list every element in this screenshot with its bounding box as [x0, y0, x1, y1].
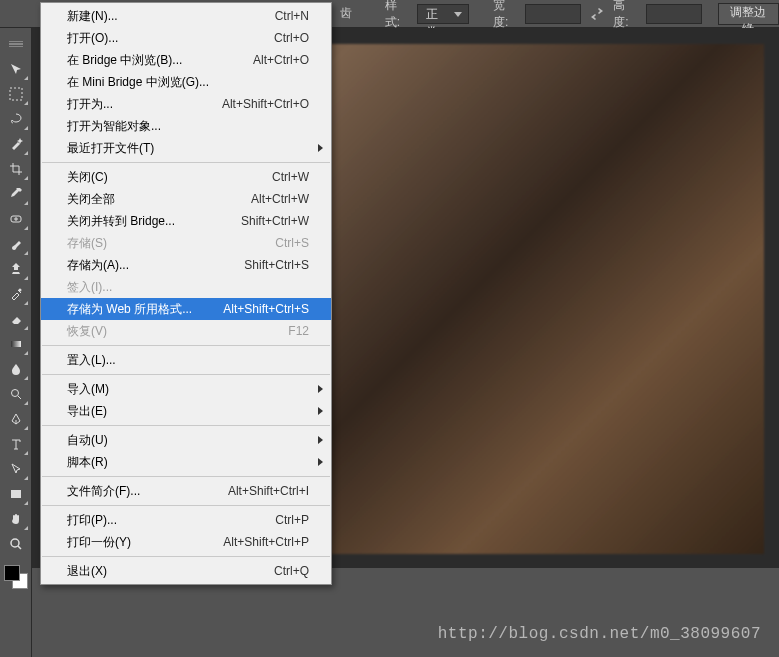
menu-item-shortcut: Alt+Shift+Ctrl+S — [223, 302, 309, 316]
menu-item-shortcut: F12 — [288, 324, 309, 338]
foreground-swatch[interactable] — [4, 565, 20, 581]
move-tool[interactable] — [3, 57, 29, 81]
menu-item-shortcut: Ctrl+Q — [274, 564, 309, 578]
width-input[interactable] — [525, 4, 581, 24]
menu-item-file-info[interactable]: 文件简介(F)...Alt+Shift+Ctrl+I — [41, 480, 331, 502]
menu-item-label: 关闭并转到 Bridge... — [67, 213, 175, 230]
svg-rect-3 — [11, 341, 21, 347]
menu-item-exit[interactable]: 退出(X)Ctrl+Q — [41, 560, 331, 582]
menu-item-shortcut: Ctrl+W — [272, 170, 309, 184]
pen-tool[interactable] — [3, 407, 29, 431]
menu-separator — [42, 476, 330, 477]
menu-item-label: 恢复(V) — [67, 323, 107, 340]
menu-item-close-to-bridge[interactable]: 关闭并转到 Bridge...Shift+Ctrl+W — [41, 210, 331, 232]
menu-separator — [42, 425, 330, 426]
submenu-arrow-icon — [318, 144, 323, 152]
menu-item-shortcut: Ctrl+N — [275, 9, 309, 23]
menu-separator — [42, 345, 330, 346]
toolbox — [0, 28, 32, 657]
menu-separator — [42, 374, 330, 375]
dodge-tool[interactable] — [3, 382, 29, 406]
menu-item-label: 在 Mini Bridge 中浏览(G)... — [67, 74, 209, 91]
eyedropper-tool[interactable] — [3, 182, 29, 206]
eraser-tool[interactable] — [3, 307, 29, 331]
grip-icon[interactable] — [3, 32, 29, 56]
file-menu: 新建(N)...Ctrl+N打开(O)...Ctrl+O在 Bridge 中浏览… — [40, 2, 332, 585]
healing-brush-tool[interactable] — [3, 207, 29, 231]
svg-point-2 — [18, 289, 21, 292]
color-swatches[interactable] — [2, 563, 30, 591]
path-select-tool[interactable] — [3, 457, 29, 481]
menu-item-label: 关闭(C) — [67, 169, 108, 186]
snap-label: 齿 — [340, 5, 352, 22]
height-input[interactable] — [646, 4, 702, 24]
blur-tool[interactable] — [3, 357, 29, 381]
menu-item-shortcut: Alt+Shift+Ctrl+O — [222, 97, 309, 111]
menu-item-shortcut: Ctrl+P — [275, 513, 309, 527]
menu-item-label: 关闭全部 — [67, 191, 115, 208]
submenu-arrow-icon — [318, 385, 323, 393]
menu-item-shortcut: Alt+Ctrl+W — [251, 192, 309, 206]
submenu-arrow-icon — [318, 407, 323, 415]
menu-item-save-as[interactable]: 存储为(A)...Shift+Ctrl+S — [41, 254, 331, 276]
menu-separator — [42, 162, 330, 163]
menu-item-close[interactable]: 关闭(C)Ctrl+W — [41, 166, 331, 188]
menu-item-save: 存储(S)Ctrl+S — [41, 232, 331, 254]
menu-item-label: 打开为智能对象... — [67, 118, 161, 135]
type-tool[interactable] — [3, 432, 29, 456]
menu-item-label: 导入(M) — [67, 381, 109, 398]
menu-item-label: 自动(U) — [67, 432, 108, 449]
menu-item-shortcut: Ctrl+O — [274, 31, 309, 45]
hand-tool[interactable] — [3, 507, 29, 531]
refine-edge-button[interactable]: 调整边缘 — [718, 3, 779, 25]
magic-wand-tool[interactable] — [3, 132, 29, 156]
menu-item-shortcut: Alt+Shift+Ctrl+P — [223, 535, 309, 549]
menu-item-recent[interactable]: 最近打开文件(T) — [41, 137, 331, 159]
submenu-arrow-icon — [318, 458, 323, 466]
style-dropdown[interactable]: 正常 — [417, 4, 469, 24]
menu-item-place[interactable]: 置入(L)... — [41, 349, 331, 371]
menu-item-label: 打开(O)... — [67, 30, 118, 47]
menu-item-check-in: 签入(I)... — [41, 276, 331, 298]
lasso-tool[interactable] — [3, 107, 29, 131]
menu-item-label: 存储为 Web 所用格式... — [67, 301, 192, 318]
menu-item-import[interactable]: 导入(M) — [41, 378, 331, 400]
menu-item-open-as[interactable]: 打开为...Alt+Shift+Ctrl+O — [41, 93, 331, 115]
menu-item-label: 打印(P)... — [67, 512, 117, 529]
menu-item-print-one[interactable]: 打印一份(Y)Alt+Shift+Ctrl+P — [41, 531, 331, 553]
svg-point-6 — [11, 539, 19, 547]
crop-tool[interactable] — [3, 157, 29, 181]
menu-item-label: 最近打开文件(T) — [67, 140, 154, 157]
menu-item-scripts[interactable]: 脚本(R) — [41, 451, 331, 473]
menu-item-export[interactable]: 导出(E) — [41, 400, 331, 422]
menu-item-label: 打开为... — [67, 96, 113, 113]
menu-item-browse-mini-bridge[interactable]: 在 Mini Bridge 中浏览(G)... — [41, 71, 331, 93]
submenu-arrow-icon — [318, 436, 323, 444]
menu-item-shortcut: Shift+Ctrl+W — [241, 214, 309, 228]
history-brush-tool[interactable] — [3, 282, 29, 306]
menu-item-shortcut: Alt+Shift+Ctrl+I — [228, 484, 309, 498]
style-label: 样式: — [385, 0, 407, 31]
menu-item-label: 存储(S) — [67, 235, 107, 252]
menu-item-label: 在 Bridge 中浏览(B)... — [67, 52, 182, 69]
menu-item-label: 脚本(R) — [67, 454, 108, 471]
menu-item-label: 退出(X) — [67, 563, 107, 580]
menu-item-label: 文件简介(F)... — [67, 483, 140, 500]
brush-tool[interactable] — [3, 232, 29, 256]
menu-item-new[interactable]: 新建(N)...Ctrl+N — [41, 5, 331, 27]
rectangle-tool[interactable] — [3, 482, 29, 506]
menu-item-browse-in-bridge[interactable]: 在 Bridge 中浏览(B)...Alt+Ctrl+O — [41, 49, 331, 71]
menu-item-close-all[interactable]: 关闭全部Alt+Ctrl+W — [41, 188, 331, 210]
menu-item-save-for-web[interactable]: 存储为 Web 所用格式...Alt+Shift+Ctrl+S — [41, 298, 331, 320]
menu-item-open[interactable]: 打开(O)...Ctrl+O — [41, 27, 331, 49]
menu-item-print[interactable]: 打印(P)...Ctrl+P — [41, 509, 331, 531]
swap-dimensions-icon[interactable] — [589, 7, 605, 21]
zoom-tool[interactable] — [3, 532, 29, 556]
marquee-tool[interactable] — [3, 82, 29, 106]
menu-item-label: 打印一份(Y) — [67, 534, 131, 551]
clone-stamp-tool[interactable] — [3, 257, 29, 281]
watermark: http://blog.csdn.net/m0_38099607 — [438, 625, 761, 643]
menu-item-automate[interactable]: 自动(U) — [41, 429, 331, 451]
menu-item-open-smart[interactable]: 打开为智能对象... — [41, 115, 331, 137]
gradient-tool[interactable] — [3, 332, 29, 356]
